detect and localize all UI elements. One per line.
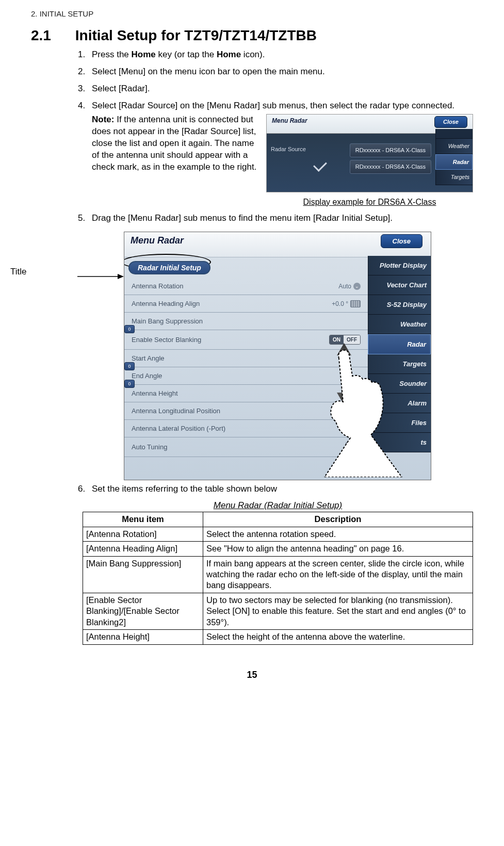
menu-row-antenna-rotation[interactable]: Antenna RotationAuto⌄ [124,278,368,295]
step-1: Press the Home key (or tap the Home icon… [88,49,473,61]
table-header-menu-item: Menu item [83,512,203,527]
sidebar-item-targets[interactable]: Targets [435,170,473,185]
figure-radar-initial-setup: Menu Radar Close Radar Initial Setup Ant… [124,232,431,480]
sidebar-item-radar[interactable]: Radar [368,334,431,354]
sidebar-item-ts[interactable]: ts [368,433,431,452]
step-5: Drag the [Menu Radar] sub menus to find … [88,213,473,224]
scroll-arrow-icon [335,343,353,405]
sidebar-item-alarm[interactable]: Alarm [368,394,431,413]
sidebar-item-sounder[interactable]: Sounder [368,374,431,394]
menu-row-antenna-heading-align[interactable]: Antenna Heading Align+0.0 ° [124,295,368,313]
figure1-caption: Display example for DRS6A X-Class [266,197,473,208]
chapter-header: 2. INITIAL SETUP [31,9,473,18]
table-row: [Main Bang Suppression]If main bang appe… [83,556,473,593]
page-number: 15 [31,670,473,680]
menu-row-end-angle[interactable]: End Angle0 [124,367,368,385]
step-4: Select [Radar Source] on the [Menu Radar… [88,100,473,208]
sidebar-item-weather[interactable]: Weather [368,315,431,334]
section-title: 2.1 Initial Setup for TZT9/TZT14/TZTBB [31,27,473,44]
slider-knob[interactable]: 0 [124,325,135,333]
sidebar-item-radar[interactable]: Radar [435,154,473,170]
sidebar-item-weather[interactable]: Weather [435,139,473,154]
toggle-on[interactable]: ON [346,442,361,452]
menu-row-enable-sector-blanking[interactable]: Enable Sector BlankingONOFF [124,330,368,350]
sidebar-item-vector-chart[interactable]: Vector Chart [368,275,431,295]
svg-marker-1 [118,274,124,279]
step-2: Select [Menu] on the menu icon bar to op… [88,66,473,78]
figure-radar-source: Menu Radar Close Radar Source RDxxxxxx -… [266,114,473,192]
table-row: [Enable Sector Blanking]/[Enable Sector … [83,593,473,629]
sidebar-item-files[interactable]: Files [368,413,431,433]
radar-source-option-2[interactable]: RDxxxxxx - DRS6A X-Class [350,160,431,174]
radar-source-option-1[interactable]: RDxxxxxx - DRS6A X-Class [350,143,431,157]
arrow-icon [77,232,124,282]
radar-source-label: Radar Source [271,145,306,153]
table-row: [Antenna Heading Align]See "How to align… [83,542,473,556]
svg-marker-2 [337,343,351,405]
close-button[interactable]: Close [381,234,422,248]
sidebar-item-s-52-display[interactable]: S-52 Display [368,295,431,315]
menu-row-main-bang-suppression[interactable]: Main Bang Suppression0 [124,313,368,330]
menu-row-start-angle[interactable]: Start Angle0 [124,350,368,367]
slider-knob[interactable]: 0 [124,380,135,388]
checkmark-icon [313,158,327,172]
step-6: Set the items referring to the table sho… [88,483,473,495]
keyboard-icon[interactable] [350,300,361,307]
note-text: If the antenna unit is connected but doe… [92,115,256,172]
sidebar-item-targets[interactable]: Targets [368,354,431,374]
section-heading: Initial Setup for TZT9/TZT14/TZTBB [75,27,317,43]
menu-row-antenna-height[interactable]: Antenna Height3m⌄ [124,385,368,402]
step-3: Select [Radar]. [88,83,473,95]
menu-table: Menu item Description [Antenna Rotation]… [83,512,473,644]
close-button[interactable]: Close [434,116,467,128]
section-number: 2.1 [31,27,71,44]
fig2-menubar: Menu Radar Close [124,232,431,257]
table-row: [Antenna Rotation]Select the antenna rot… [83,527,473,541]
menu-row-antenna-lateral-position-port-[interactable]: Antenna Lateral Position (-Port) [124,420,368,437]
sidebar-item-plotter-display[interactable]: Plotter Display [368,256,431,275]
title-callout: Title [10,232,77,277]
menu-row-antenna-longitudinal-position[interactable]: Antenna Longitudinal Position [124,402,368,420]
table-header-description: Description [203,512,473,527]
table-caption: Menu Radar (Radar Initial Setup) [83,500,473,511]
table-row: [Antenna Height]Select the height of the… [83,630,473,644]
chevron-down-icon[interactable]: ⌄ [353,390,361,397]
section-pill-radar-initial-setup: Radar Initial Setup [128,261,210,274]
note-label: Note: [92,115,114,124]
chevron-down-icon[interactable]: ⌄ [353,283,361,290]
menu-row-auto-tuning[interactable]: Auto TuningON [124,437,368,457]
